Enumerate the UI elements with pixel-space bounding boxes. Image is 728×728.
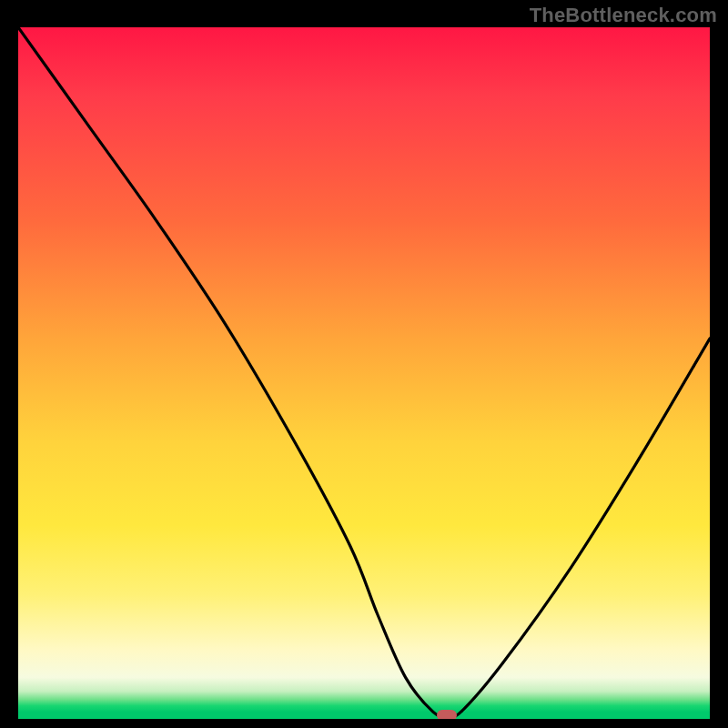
optimal-marker — [437, 710, 457, 719]
watermark-text: TheBottleneck.com — [530, 4, 717, 27]
chart-frame: TheBottleneck.com — [0, 0, 728, 728]
bottleneck-curve-path — [18, 27, 710, 717]
curve-svg — [18, 27, 710, 719]
plot-area — [18, 27, 710, 719]
